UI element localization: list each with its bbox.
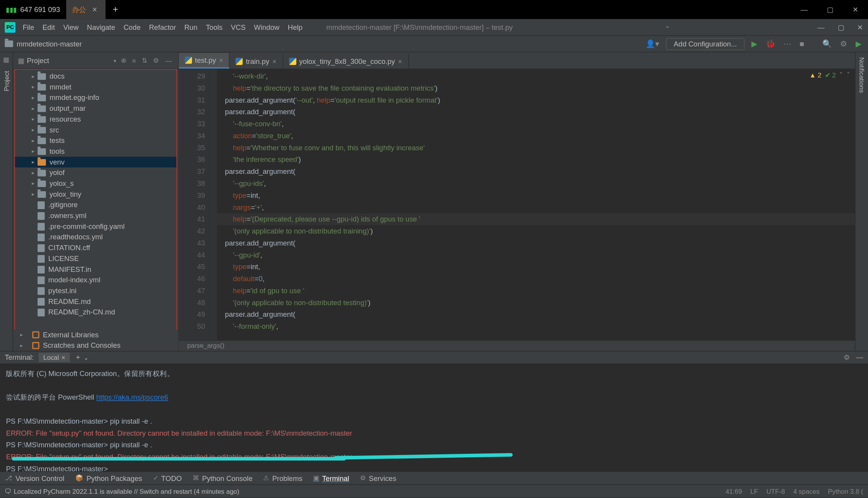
tree-item-src[interactable]: ▸src <box>15 125 176 136</box>
code-content[interactable]: '--work-dir', help='the directory to sav… <box>217 69 855 340</box>
tree-item-readme-md[interactable]: README.md <box>15 296 176 307</box>
hide-terminal-icon[interactable]: — <box>856 353 863 362</box>
sort-icon[interactable]: ≡ <box>130 57 138 64</box>
tree-item-venv[interactable]: ▸venv <box>15 157 176 168</box>
terminal-settings-icon[interactable]: ⚙ <box>844 353 850 362</box>
tool-python-console[interactable]: ⌘Python Console <box>193 474 253 483</box>
warning-badge[interactable]: ▲ 2 <box>809 72 822 79</box>
breadcrumb[interactable]: mmdetection-master <box>17 39 82 48</box>
status-message[interactable]: Localized PyCharm 2022.1.1 is available … <box>14 488 239 495</box>
hide-icon[interactable]: — <box>164 57 174 64</box>
menu-run[interactable]: Run <box>184 23 198 31</box>
project-header[interactable]: Project <box>27 56 111 65</box>
tree-item-output-mar[interactable]: ▸output_mar <box>15 103 176 114</box>
tree-item-tools[interactable]: ▸tools <box>15 146 176 157</box>
tree-item-tests[interactable]: ▸tests <box>15 135 176 146</box>
project-gutter-label[interactable]: Project <box>3 71 10 91</box>
terminal-output[interactable]: 版权所有 (C) Microsoft Corporation。保留所有权利。 尝… <box>0 364 868 471</box>
expand-icon[interactable]: ⇅ <box>140 57 149 64</box>
chevron-down-icon[interactable]: ⌄ <box>665 21 670 30</box>
tree-item-docs[interactable]: ▸docs <box>15 71 176 82</box>
menu-tools[interactable]: Tools <box>206 23 222 31</box>
chevron-down-icon[interactable]: ˅ <box>847 72 850 79</box>
tree-item-mmdet-egg-info[interactable]: ▸mmdet.egg-info <box>15 92 176 103</box>
browser-tab-2[interactable]: 办公 × <box>66 0 105 19</box>
file-encoding[interactable]: UTF-8 <box>766 488 785 495</box>
menu-window[interactable]: Window <box>254 23 279 31</box>
chevron-down-icon[interactable]: ⌄ <box>84 354 88 361</box>
link[interactable]: https://aka.ms/pscore6 <box>96 393 168 402</box>
tree-item--owners-yml[interactable]: .owners.yml <box>15 210 176 221</box>
tree-item--gitignore[interactable]: .gitignore <box>15 199 176 210</box>
tree-item-scratches-and-consoles[interactable]: ▸Scratches and Consoles <box>13 340 178 351</box>
avatar-icon[interactable]: 👤▾ <box>644 39 661 48</box>
tool-services[interactable]: ⚙Services <box>360 474 396 483</box>
settings-icon[interactable]: ⚙ <box>152 57 161 64</box>
minimize-icon[interactable]: — <box>817 23 824 31</box>
more-run-icon[interactable]: ⋯ <box>782 39 793 48</box>
search-icon[interactable]: 🔍 <box>820 39 834 48</box>
tool-python-packages[interactable]: 📦Python Packages <box>75 474 142 483</box>
close-icon[interactable]: × <box>61 354 65 361</box>
run-anything-icon[interactable]: ▶ <box>854 39 863 48</box>
add-configuration-button[interactable]: Add Configuration... <box>666 38 745 50</box>
terminal-tab[interactable]: Local× <box>39 353 70 362</box>
debug-icon[interactable]: 🐞 <box>764 39 777 48</box>
tree-item-yolof[interactable]: ▸yolof <box>15 167 176 178</box>
tree-item-external-libraries[interactable]: ▸External Libraries <box>13 330 178 340</box>
menu-view[interactable]: View <box>63 23 79 31</box>
project-tree[interactable]: ▸docs▸mmdet▸mmdet.egg-info▸output_mar▸re… <box>14 69 177 329</box>
project-tool-icon[interactable]: ▦ <box>3 56 9 64</box>
tree-item-yolox-tiny[interactable]: ▸yolox_tiny <box>15 189 176 200</box>
menu-code[interactable]: Code <box>124 23 141 31</box>
editor-tab-train-py[interactable]: train.py× <box>230 54 283 69</box>
interpreter[interactable]: Python 3.8 ( <box>828 488 863 495</box>
close-window-icon[interactable]: ✕ <box>843 5 868 14</box>
maximize-icon[interactable]: ▢ <box>838 23 844 31</box>
tool-problems[interactable]: ⚠Problems <box>263 474 302 483</box>
tree-item-pytest-ini[interactable]: pytest.ini <box>15 285 176 296</box>
close-icon[interactable]: ✕ <box>857 23 863 31</box>
menu-help[interactable]: Help <box>288 23 303 31</box>
menu-edit[interactable]: Edit <box>43 23 55 31</box>
tree-item-resources[interactable]: ▸resources <box>15 114 176 125</box>
close-tab-icon[interactable]: × <box>90 5 100 14</box>
tree-item--pre-commit-config-yaml[interactable]: .pre-commit-config.yaml <box>15 221 176 232</box>
tree-item-yolox-s[interactable]: ▸yolox_s <box>15 178 176 189</box>
tree-item-manifest-in[interactable]: MANIFEST.in <box>15 264 176 275</box>
inspection-badge[interactable]: ✔ 2 <box>825 72 836 79</box>
cursor-position[interactable]: 41:69 <box>725 488 742 495</box>
editor-tab-test-py[interactable]: test.py× <box>179 53 230 69</box>
tool-terminal[interactable]: ▣Terminal <box>313 474 349 483</box>
dropdown-icon[interactable]: ▾ <box>114 57 117 63</box>
code-breadcrumb[interactable]: parse_args() <box>179 340 855 351</box>
tool-todo[interactable]: ✓TODO <box>153 474 182 483</box>
settings-icon[interactable]: ⚙ <box>838 39 849 48</box>
add-tab-button[interactable]: + <box>105 4 125 15</box>
line-separator[interactable]: LF <box>750 488 758 495</box>
editor-body[interactable]: 2930313233343536373839404142434445464748… <box>179 69 855 340</box>
close-tab-icon[interactable]: × <box>272 57 277 66</box>
tree-item-mmdet[interactable]: ▸mmdet <box>15 82 176 93</box>
tree-item-citation-cff[interactable]: CITATION.cff <box>15 242 176 253</box>
indent-setting[interactable]: 4 spaces <box>793 488 820 495</box>
tree-item-license[interactable]: LICENSE <box>15 253 176 264</box>
add-terminal-icon[interactable]: + <box>76 353 80 362</box>
fold-gutter[interactable] <box>210 69 217 340</box>
tree-item-model-index-yml[interactable]: model-index.yml <box>15 275 176 285</box>
run-icon[interactable]: ▶ <box>749 39 759 48</box>
close-tab-icon[interactable]: × <box>398 57 402 66</box>
stop-icon[interactable]: ■ <box>798 39 806 48</box>
chevron-up-icon[interactable]: ˄ <box>839 72 843 79</box>
notifications-gutter-label[interactable]: Notifications <box>858 57 865 93</box>
maximize-icon[interactable]: ▢ <box>817 5 843 14</box>
menu-file[interactable]: File <box>22 23 34 31</box>
browser-tab-1[interactable]: ▮▮▮ 647 691 093 <box>0 0 66 19</box>
menu-refactor[interactable]: Refactor <box>149 23 176 31</box>
tool-version-control[interactable]: ⎇Version Control <box>5 474 64 483</box>
close-tab-icon[interactable]: × <box>219 56 223 65</box>
menu-navigate[interactable]: Navigate <box>87 23 115 31</box>
menu-vcs[interactable]: VCS <box>231 23 246 31</box>
target-icon[interactable]: ⊕ <box>119 57 128 64</box>
tree-item-readme-zh-cn-md[interactable]: README_zh-CN.md <box>15 307 176 318</box>
